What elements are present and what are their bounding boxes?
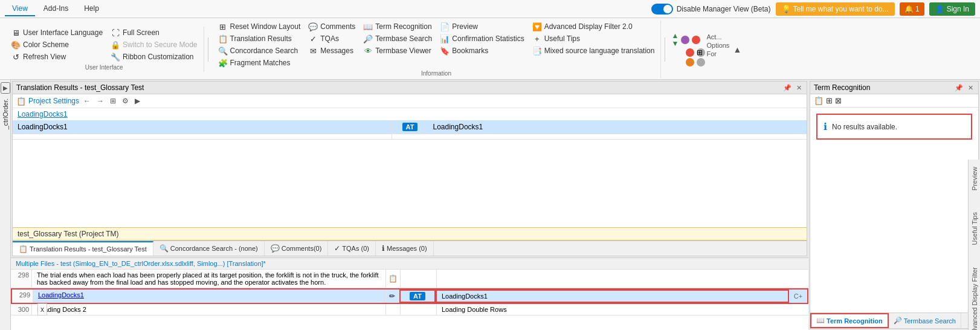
monitor-icon: 🖥 — [11, 28, 21, 37]
term-icon2[interactable]: ⊞ — [826, 96, 833, 105]
ui-language-btn[interactable]: 🖥 User Interface Language — [7, 27, 106, 39]
term-close-btn[interactable]: ✕ — [967, 84, 975, 92]
proj-back-btn[interactable]: ← — [82, 96, 92, 106]
proj-nav-btn3[interactable]: ⊞ — [108, 96, 118, 106]
arrow-up-btn[interactable]: ▲ — [671, 32, 679, 39]
vtab-useful-tips[interactable]: Useful Tips — [970, 207, 979, 250]
refresh-icon: ↺ — [11, 52, 21, 62]
help-button-label: Tell me what you want to do... — [793, 5, 889, 13]
messages-label: Messages — [320, 47, 353, 55]
switch-secure-btn[interactable]: 🔒 Switch to Secure Mode — [107, 39, 201, 51]
btab-tqas[interactable]: ✓ TQAs (0) — [328, 241, 376, 256]
termbase-search-icon: 🔎 — [363, 34, 373, 44]
gray-expand[interactable]: ⊞ — [697, 48, 705, 57]
concordance-icon: 🔍 — [218, 46, 228, 56]
ctrorder-label[interactable]: _ctrlOrder. — [2, 99, 9, 129]
comments-btn[interactable]: 💬 Comments — [305, 21, 359, 33]
translation-row-selected[interactable]: LoadingDocks1 AT LoadingDocks1 — [13, 120, 807, 134]
fullscreen-icon: ⛶ — [111, 28, 120, 37]
switch-secure-label: Switch to Secure Mode — [123, 40, 197, 49]
term-icon1[interactable]: 📋 — [814, 96, 824, 105]
conf-stats-btn[interactable]: 📊 Confirmation Statistics — [436, 33, 527, 45]
sidebar-expand-btn[interactable]: ▶ — [1, 82, 10, 94]
full-screen-btn[interactable]: ⛶ Full Screen — [107, 27, 201, 39]
seg-copy-icon-298[interactable]: 📋 — [386, 270, 401, 288]
tr-tab-icon: 📋 — [19, 245, 28, 253]
term-icon3[interactable]: ⊠ — [835, 96, 842, 105]
tab-view[interactable]: View — [5, 2, 35, 16]
sign-in-button[interactable]: 👤 Sign In — [929, 2, 975, 16]
seg-copy-icon-300[interactable] — [386, 304, 401, 315]
collapse-ribbon-btn[interactable]: ▲ — [733, 45, 741, 54]
concordance-btn[interactable]: 🔍 Concordance Search — [214, 45, 305, 57]
brtab-term-recognition[interactable]: 📖 Term Recognition — [810, 313, 889, 328]
segment-breadcrumb[interactable]: LoadingDocks1 — [13, 108, 807, 120]
useful-tips-btn[interactable]: + Useful Tips — [529, 33, 659, 45]
vtab-adv-filter[interactable]: Advanced Display Filter — [970, 262, 979, 330]
proj-nav-btn5[interactable]: ▶ — [133, 96, 142, 106]
brtab-termbase-search[interactable]: 🔎 Termbase Search — [889, 313, 961, 328]
notification-button[interactable]: 🔔 1 — [900, 2, 924, 16]
purple-dot[interactable] — [681, 36, 689, 44]
ribbon-labels: Act... Options For — [706, 33, 729, 66]
tqas-btn[interactable]: ✓ TQAs — [305, 33, 359, 45]
seg-shortcut-299: C+ — [789, 290, 807, 303]
termbase-viewer-btn[interactable]: 👁 Termbase Viewer — [359, 45, 436, 57]
btab-translation-results[interactable]: 📋 Translation Results - test_Glossary Te… — [13, 241, 153, 256]
brtab-term-label: Term Recognition — [827, 317, 883, 325]
bookmarks-btn[interactable]: 🔖 Bookmarks — [436, 45, 527, 57]
arrow-down-btn[interactable]: ▼ — [671, 40, 679, 47]
seg-num-300: 300 — [11, 304, 32, 315]
seg-status-300 — [401, 304, 437, 315]
proj-nav-btn4[interactable]: ⚙ — [120, 96, 131, 106]
refresh-view-btn[interactable]: ↺ Refresh View — [7, 51, 106, 63]
seg-edit-icon-299[interactable]: ✏ — [385, 290, 399, 303]
tr-pin-btn[interactable]: 📌 — [782, 84, 793, 92]
vtab-preview[interactable]: Preview — [970, 162, 979, 195]
segment-row-298[interactable]: 298 The trial ends when each load has be… — [11, 270, 808, 288]
btab-concordance[interactable]: 🔍 Concordance Search - (none) — [153, 241, 265, 256]
help-button[interactable]: 💡 Tell me what you want to do... — [776, 2, 895, 16]
disable-manager-toggle[interactable] — [651, 4, 673, 15]
ribbon-custom-btn[interactable]: 🔧 Ribbon Customization — [107, 51, 201, 63]
orange-dot[interactable] — [686, 58, 694, 66]
ribbon-ui-items: 🖥 User Interface Language 🎨 Color Scheme… — [7, 27, 201, 63]
messages-btn[interactable]: ✉ Messages — [305, 45, 359, 57]
segment-row-299[interactable]: 299 LoadingDocks1 ✏ AT LoadingDocks1 C+ — [11, 288, 808, 304]
tr-close-btn[interactable]: ✕ — [795, 84, 803, 92]
color-scheme-btn[interactable]: 🎨 Color Scheme — [7, 39, 106, 51]
gray-dot[interactable] — [697, 58, 705, 66]
tab-addins[interactable]: Add-Ins — [36, 2, 76, 16]
term-recognition-btn[interactable]: 📖 Term Recognition — [359, 21, 436, 33]
ribbon-group-ui: 🖥 User Interface Language 🎨 Color Scheme… — [5, 27, 204, 72]
fragment-btn[interactable]: 🧩 Fragment Matches — [214, 57, 305, 69]
target-empty — [428, 134, 807, 139]
red-dot-top[interactable] — [692, 36, 700, 44]
mixed-source-btn[interactable]: 📑 Mixed source language translation — [529, 45, 659, 57]
ribbon: 🖥 User Interface Language 🎨 Color Scheme… — [0, 18, 980, 80]
info-group-label: Information — [421, 69, 451, 77]
reset-layout-btn[interactable]: ⊞ Reset Window Layout — [214, 21, 305, 33]
project-settings-link[interactable]: Project Settings — [28, 97, 79, 105]
red-dot-mid[interactable] — [686, 48, 694, 57]
adv-filter-btn[interactable]: 🔽 Advanced Display Filter 2.0 — [529, 21, 659, 33]
termbase-search-btn[interactable]: 🔎 Termbase Search — [359, 33, 436, 45]
for-label: For — [706, 50, 729, 57]
segment-row-300[interactable]: 300 Loading Docks 2 Loading Double Rows — [11, 304, 808, 315]
btab-messages[interactable]: ℹ Messages (0) — [376, 241, 434, 256]
seg-source-text-299: LoadingDocks1 — [38, 291, 84, 299]
fragment-label: Fragment Matches — [230, 59, 291, 67]
status-empty — [392, 134, 428, 139]
ribbon-right-row3 — [671, 58, 705, 66]
translation-results-btn[interactable]: 📋 Translation Results — [214, 33, 305, 45]
act-label: Act... — [706, 33, 729, 40]
dot-row-3 — [686, 58, 705, 66]
proj-forward-btn[interactable]: → — [95, 96, 106, 106]
ribbon-right-controls: ▲ ▼ ⊞ — [671, 32, 705, 66]
ribbon-ui-col1: 🖥 User Interface Language 🎨 Color Scheme… — [7, 27, 106, 63]
btab-comments[interactable]: 💬 Comments(0) — [265, 241, 329, 256]
preview-btn[interactable]: 📄 Preview — [436, 21, 527, 33]
tab-help[interactable]: Help — [77, 2, 106, 16]
ribbon-info-items: ⊞ Reset Window Layout 📋 Translation Resu… — [214, 21, 659, 69]
term-pin-btn[interactable]: 📌 — [953, 84, 964, 92]
